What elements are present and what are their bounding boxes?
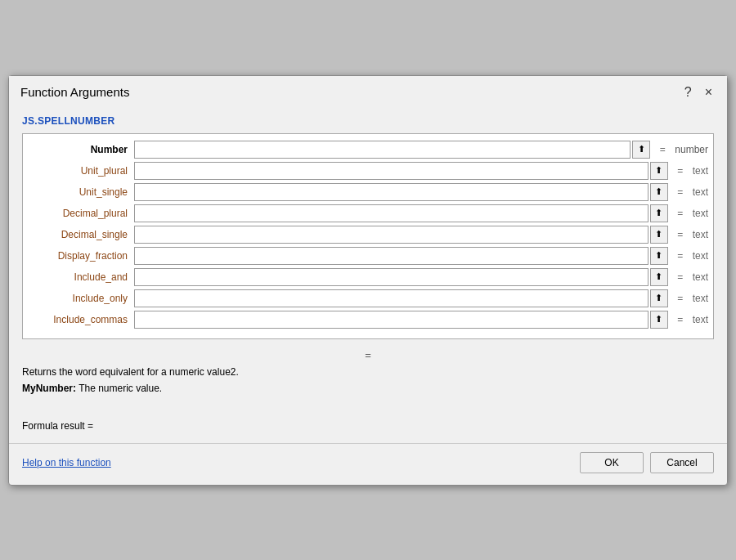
arg-label-unit-single: Unit_single	[28, 186, 134, 198]
result-decimal-plural: text	[693, 208, 708, 219]
dialog-body: JS.SPELLNUMBER Number ⬆ = number Unit_pl…	[9, 107, 727, 440]
arg-input-number[interactable]	[134, 141, 631, 159]
arg-input-wrapper-unit-single: ⬆	[134, 183, 668, 201]
arg-row-decimal-plural: Decimal_plural ⬆ = text	[28, 204, 708, 222]
ref-btn-display-fraction[interactable]: ⬆	[650, 247, 668, 265]
result-unit-single: text	[693, 186, 708, 198]
equals-unit-single: =	[668, 186, 693, 198]
arg-row-include-only: Include_only ⬆ = text	[28, 289, 708, 307]
arg-label-decimal-single: Decimal_single	[28, 229, 134, 240]
param-name: MyNumber:	[22, 383, 76, 394]
arg-label-unit-plural: Unit_plural	[28, 165, 134, 177]
equals-include-and: =	[668, 271, 693, 283]
arg-row-decimal-single: Decimal_single ⬆ = text	[28, 226, 708, 244]
param-description: MyNumber: The numeric value.	[22, 383, 714, 394]
arg-input-include-commas[interactable]	[134, 311, 648, 329]
description-main: Returns the word equivalent for a numeri…	[22, 366, 714, 378]
function-name: JS.SPELLNUMBER	[22, 115, 714, 127]
equals-number: =	[650, 144, 675, 155]
arg-input-decimal-plural[interactable]	[134, 204, 648, 222]
arg-row-include-commas: Include_commas ⬆ = text	[28, 311, 708, 329]
arg-row-include-and: Include_and ⬆ = text	[28, 268, 708, 286]
help-link[interactable]: Help on this function	[22, 457, 111, 468]
close-button[interactable]: ×	[702, 84, 716, 101]
arg-row-unit-single: Unit_single ⬆ = text	[28, 183, 708, 201]
help-button[interactable]: ?	[681, 84, 695, 101]
ref-btn-unit-single[interactable]: ⬆	[650, 183, 668, 201]
arg-input-wrapper-display-fraction: ⬆	[134, 247, 668, 265]
footer-buttons: OK Cancel	[580, 452, 714, 473]
formula-result-label: Formula result =	[22, 420, 93, 432]
ref-btn-include-commas[interactable]: ⬆	[650, 311, 668, 329]
description-area: Returns the word equivalent for a numeri…	[22, 363, 714, 412]
arg-input-unit-plural[interactable]	[134, 162, 648, 180]
arg-label-decimal-plural: Decimal_plural	[28, 208, 134, 219]
arg-row-unit-plural: Unit_plural ⬆ = text	[28, 162, 708, 180]
result-display-fraction: text	[693, 250, 708, 262]
arg-input-wrapper-include-only: ⬆	[134, 289, 668, 307]
result-decimal-single: text	[693, 229, 708, 240]
title-bar-controls: ? ×	[681, 84, 716, 101]
arg-input-wrapper-decimal-single: ⬆	[134, 226, 668, 244]
equals-row: =	[22, 346, 714, 363]
result-include-only: text	[693, 293, 708, 304]
ok-button[interactable]: OK	[580, 452, 644, 473]
equals-display-fraction: =	[668, 250, 693, 262]
result-include-commas: text	[693, 314, 708, 325]
formula-result: Formula result =	[22, 420, 714, 432]
arg-label-include-commas: Include_commas	[28, 314, 134, 325]
ref-btn-decimal-plural[interactable]: ⬆	[650, 204, 668, 222]
ref-btn-include-only[interactable]: ⬆	[650, 289, 668, 307]
arg-input-include-and[interactable]	[134, 268, 648, 286]
args-container: Number ⬆ = number Unit_plural ⬆ = text	[22, 133, 714, 339]
ref-btn-decimal-single[interactable]: ⬆	[650, 226, 668, 244]
ref-btn-include-and[interactable]: ⬆	[650, 268, 668, 286]
arg-input-unit-single[interactable]	[134, 183, 648, 201]
arg-input-include-only[interactable]	[134, 289, 648, 307]
arg-label-include-and: Include_and	[28, 271, 134, 283]
function-arguments-dialog: Function Arguments ? × JS.SPELLNUMBER Nu…	[8, 75, 728, 486]
ref-btn-unit-plural[interactable]: ⬆	[650, 162, 668, 180]
arg-row-display-fraction: Display_fraction ⬆ = text	[28, 247, 708, 265]
param-desc: The numeric value.	[79, 383, 162, 394]
equals-decimal-single: =	[668, 229, 693, 240]
arg-input-decimal-single[interactable]	[134, 226, 648, 244]
title-bar: Function Arguments ? ×	[9, 76, 727, 107]
arg-input-wrapper-include-and: ⬆	[134, 268, 668, 286]
arg-input-wrapper-include-commas: ⬆	[134, 311, 668, 329]
equals-include-commas: =	[668, 314, 693, 325]
cancel-button[interactable]: Cancel	[650, 452, 714, 473]
dialog-title: Function Arguments	[20, 85, 129, 99]
arg-input-display-fraction[interactable]	[134, 247, 648, 265]
arg-label-display-fraction: Display_fraction	[28, 250, 134, 262]
final-equals-sign: =	[365, 349, 371, 361]
arg-input-wrapper-number: ⬆	[134, 141, 650, 159]
result-number: number	[675, 144, 708, 155]
result-include-and: text	[693, 271, 708, 283]
equals-include-only: =	[668, 293, 693, 304]
equals-unit-plural: =	[668, 165, 693, 177]
arg-label-include-only: Include_only	[28, 293, 134, 304]
arg-label-number: Number	[28, 144, 134, 155]
arg-input-wrapper-decimal-plural: ⬆	[134, 204, 668, 222]
dialog-footer: Help on this function OK Cancel	[9, 443, 727, 485]
arg-row-number: Number ⬆ = number	[28, 141, 708, 159]
result-unit-plural: text	[693, 165, 708, 177]
equals-decimal-plural: =	[668, 208, 693, 219]
arg-input-wrapper-unit-plural: ⬆	[134, 162, 668, 180]
ref-btn-number[interactable]: ⬆	[632, 141, 650, 159]
